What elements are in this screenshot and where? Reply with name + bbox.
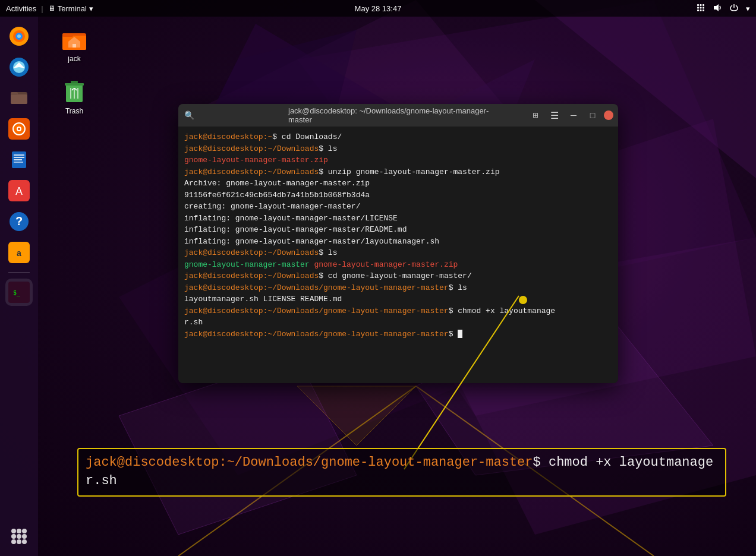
dock-help[interactable]: ? (5, 208, 33, 235)
svg-rect-18 (700, 7, 702, 8)
terminal-line-1: jack@discodesktop:~$ cd Downloads/ (184, 131, 612, 143)
terminal-line-16: jack@discodesktop:~/Downloads/gnome-layo… (184, 305, 612, 328)
svg-rect-21 (700, 10, 702, 11)
output-zip-1: gnome-layout-manager-master.zip (184, 156, 328, 165)
svg-rect-42 (14, 162, 23, 163)
prompt-13: jack@discodesktop:~/Downloads (184, 271, 319, 280)
topbar-right: ▾ (696, 3, 750, 14)
desktop-icon-trash[interactable]: Trash (51, 76, 98, 115)
terminal-tab-button[interactable]: ⊞ (528, 108, 543, 123)
svg-rect-67 (71, 81, 78, 83)
dock-rhythmbox[interactable] (5, 115, 33, 143)
svg-rect-39 (14, 154, 24, 156)
callout-dot (519, 296, 527, 304)
cmd-14: $ ls (449, 283, 467, 292)
cmd-2: $ ls (319, 144, 337, 153)
cursor (458, 330, 462, 338)
svg-rect-22 (703, 10, 704, 11)
desktop-icon-jack[interactable]: jack (51, 24, 98, 63)
network-icon[interactable] (696, 3, 705, 14)
svg-text:?: ? (15, 214, 23, 228)
dock-thunderbird[interactable] (5, 53, 33, 81)
dock-terminal[interactable]: $_ (5, 279, 33, 306)
cmd-1: $ cd Downloads/ (272, 132, 342, 141)
svg-point-37 (18, 128, 20, 130)
svg-rect-17 (697, 7, 699, 8)
prompt-17: jack@discodesktop:~/Downloads/gnome-layo… (184, 330, 449, 339)
output-8: inflating: gnome-layout-manager-master/L… (184, 214, 398, 223)
svg-rect-64 (73, 44, 76, 48)
terminal-maximize-button[interactable]: □ (585, 108, 600, 123)
dock-show-apps[interactable] (5, 523, 33, 550)
terminal-minimize-button[interactable]: ─ (566, 108, 581, 123)
svg-rect-33 (11, 92, 18, 95)
prompt-1: jack@discodesktop:~ (184, 132, 272, 141)
highlight-cmd: $ chmod +x layoutmanage (533, 455, 714, 470)
svg-point-57 (11, 539, 16, 544)
output-zip-2: gnome-layout-manager-master.zip (314, 260, 458, 269)
dock: A ? a $_ (0, 17, 38, 556)
home-folder-icon (60, 24, 89, 52)
svg-text:A: A (15, 185, 23, 197)
cmd-16: $ chmod +x layoutmanage (449, 307, 555, 315)
output-6: 91156fe6f621c49cb654db7a41b5b1b068fb3d4a (184, 191, 370, 200)
terminal-search-icon[interactable]: 🔍 (184, 110, 194, 120)
dock-firefox[interactable] (5, 23, 33, 50)
prompt-2: jack@discodesktop:~/Downloads (184, 144, 319, 153)
topbar-datetime: May 28 13:47 (355, 4, 402, 13)
terminal-line-10: inflating: gnome-layout-manager-master/l… (184, 236, 612, 248)
dock-separator (8, 272, 30, 273)
highlight-path: :~/Downloads/gnome-layout-manager-master (219, 455, 533, 470)
terminal-title: jack@discodesktop: ~/Downloads/gnome-lay… (288, 106, 508, 124)
dock-files[interactable] (5, 84, 33, 112)
terminal-body[interactable]: jack@discodesktop:~$ cd Downloads/ jack@… (178, 127, 618, 383)
svg-point-55 (17, 534, 21, 539)
highlight-cmd-2: r.sh (86, 473, 117, 488)
output-5: Archive: gnome-layout-manager-master.zip (184, 179, 370, 188)
cmd-17: $ (449, 330, 458, 339)
system-arrow[interactable]: ▾ (746, 4, 750, 13)
cmd-16b: r.sh (184, 318, 203, 327)
terminal-line-15: layoutmanager.sh LICENSE README.md (184, 293, 612, 305)
topbar: Activities | 🖥 Terminal ▾ May 28 13:47 (0, 0, 756, 17)
output-7: creating: gnome-layout-manager-master/ (184, 202, 360, 211)
svg-point-51 (11, 529, 16, 533)
desktop-icon-jack-label: jack (68, 55, 80, 63)
svg-point-58 (17, 539, 21, 544)
terminal-controls: ⊞ ☰ ─ □ (528, 108, 613, 123)
svg-rect-62 (62, 33, 73, 37)
topbar-app-name: Terminal (58, 4, 87, 13)
desktop-icon-trash-label: Trash (65, 107, 83, 115)
topbar-separator: | (41, 4, 43, 13)
terminal-line-4: jack@discodesktop:~/Downloads$ unzip gno… (184, 166, 612, 178)
terminal-close-button[interactable] (604, 110, 613, 120)
svg-rect-40 (14, 157, 24, 158)
svg-rect-32 (11, 94, 27, 104)
output-15: layoutmanager.sh LICENSE README.md (184, 295, 342, 304)
prompt-16: jack@discodesktop:~/Downloads/gnome-layo… (184, 307, 449, 315)
sound-icon[interactable] (713, 3, 722, 14)
svg-marker-13 (119, 356, 357, 535)
desktop: Activities | 🖥 Terminal ▾ May 28 13:47 (0, 0, 756, 556)
dock-appstore[interactable]: A (5, 177, 33, 204)
terminal-titlebar: 🔍 jack@discodesktop: ~/Downloads/gnome-l… (178, 104, 618, 127)
output-10: inflating: gnome-layout-manager-master/l… (184, 237, 439, 246)
terminal-line-12: gnome-layout-manager-master gnome-layout… (184, 259, 612, 271)
dock-amazon[interactable]: a (5, 239, 33, 266)
prompt-4: jack@discodesktop:~/Downloads (184, 168, 319, 176)
terminal-menu-button[interactable]: ☰ (547, 108, 562, 123)
output-9: inflating: gnome-layout-manager-master/R… (184, 225, 407, 234)
svg-point-52 (17, 529, 21, 533)
svg-point-59 (22, 539, 27, 544)
cmd-4: $ unzip gnome-layout-manager-master.zip (319, 168, 499, 176)
output-dir: gnome-layout-manager-master (184, 260, 310, 269)
topbar-app[interactable]: 🖥 Terminal ▾ (48, 4, 93, 13)
svg-rect-66 (65, 83, 84, 86)
terminal-line-14: jack@discodesktop:~/Downloads/gnome-layo… (184, 282, 612, 294)
terminal-line-2: jack@discodesktop:~/Downloads$ ls (184, 143, 612, 155)
dock-writer[interactable] (5, 146, 33, 173)
terminal-line-5: Archive: gnome-layout-manager-master.zip (184, 178, 612, 189)
svg-rect-41 (14, 159, 22, 160)
power-icon[interactable] (729, 3, 739, 14)
activities-button[interactable]: Activities (6, 4, 36, 13)
